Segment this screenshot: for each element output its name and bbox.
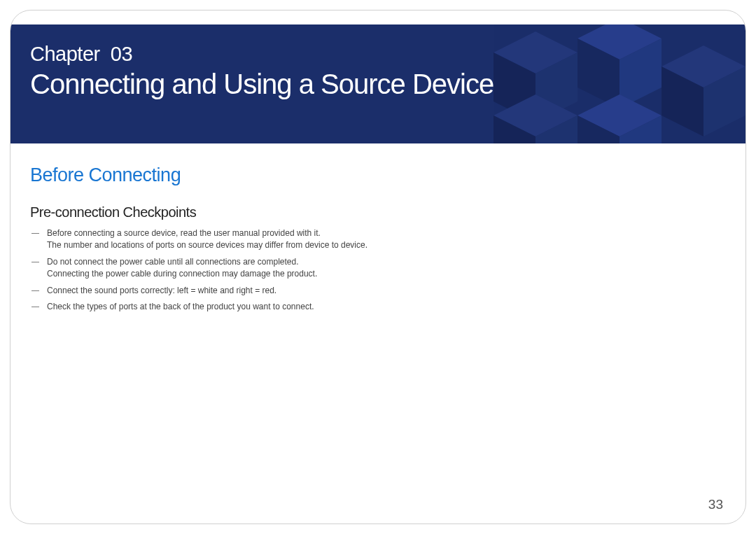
chapter-title: Connecting and Using a Source Device — [30, 69, 746, 100]
list-item: Before connecting a source device, read … — [41, 227, 726, 252]
checkpoint-list: Before connecting a source device, read … — [30, 227, 726, 313]
list-item: Check the types of ports at the back of … — [41, 301, 726, 313]
note-line1: Connect the sound ports correctly: left … — [47, 286, 276, 295]
page: Chapter 03 Connecting and Using a Source… — [10, 10, 746, 524]
page-number: 33 — [708, 497, 723, 512]
chapter-banner: Chapter 03 Connecting and Using a Source… — [10, 24, 746, 143]
chapter-number: 03 — [111, 43, 132, 65]
banner-text-block: Chapter 03 Connecting and Using a Source… — [10, 24, 746, 100]
note-line2: The number and locations of ports on sou… — [47, 239, 726, 251]
list-item: Do not connect the power cable until all… — [41, 256, 726, 281]
note-line1: Check the types of ports at the back of … — [47, 302, 314, 311]
note-line1: Before connecting a source device, read … — [47, 228, 321, 238]
subsection-title: Pre-connection Checkpoints — [30, 204, 726, 220]
note-line2: Connecting the power cable during connec… — [47, 268, 726, 280]
chapter-label: Chapter 03 — [30, 43, 746, 66]
list-item: Connect the sound ports correctly: left … — [41, 285, 726, 297]
chapter-label-prefix: Chapter — [30, 43, 100, 65]
section-title: Before Connecting — [30, 164, 726, 186]
content-area: Before Connecting Pre-connection Checkpo… — [10, 143, 746, 313]
note-line1: Do not connect the power cable until all… — [47, 257, 299, 267]
